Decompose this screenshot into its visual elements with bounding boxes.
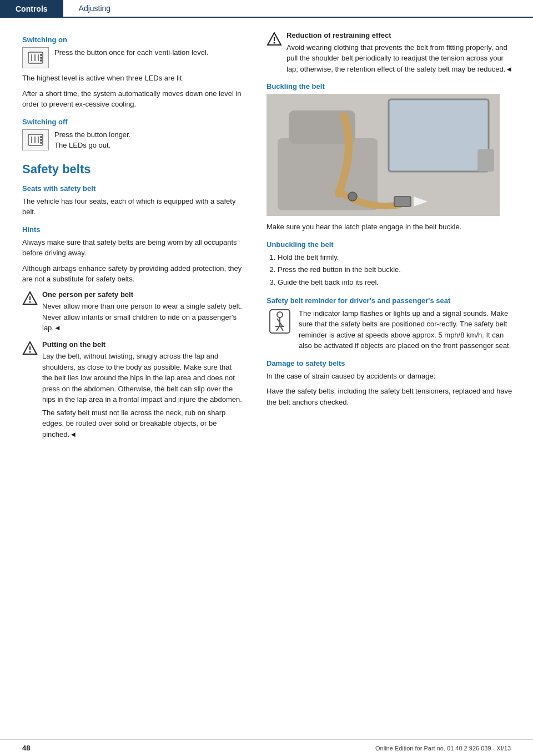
switching-on-p2: After a short time, the system automatic… <box>22 88 242 110</box>
hints-p2: Although airbags enhance safety by provi… <box>22 263 242 285</box>
edition-info: Online Edition for Part no. 01 40 2 926 … <box>375 745 511 752</box>
warning-triangle-icon-2 <box>22 340 38 356</box>
buckling-title: Buckling the belt <box>266 82 516 90</box>
damage-p1: In the case of strain caused by accident… <box>266 371 516 382</box>
hints-p1: Always make sure that safety belts are b… <box>22 237 242 259</box>
seat-belt-reminder-icon <box>266 308 293 335</box>
page-number: 48 <box>22 744 30 752</box>
belt-image <box>266 94 500 216</box>
top-navigation: Controls Adjusting <box>0 0 533 18</box>
tab-controls[interactable]: Controls <box>0 0 63 18</box>
unbuckling-step-1: Hold the belt firmly. <box>278 252 516 264</box>
tab-adjusting[interactable]: Adjusting <box>63 0 127 18</box>
svg-point-5 <box>40 57 42 59</box>
hints-title: Hints <box>22 225 242 234</box>
svg-rect-26 <box>394 196 411 206</box>
seats-with-belt-title: Seats with safety belt <box>22 184 242 193</box>
unbuckling-steps-list: Hold the belt firmly. Press the red butt… <box>266 252 516 289</box>
nav-line <box>126 0 533 18</box>
warning-box-3: Reduction of restraining effect Avoid we… <box>266 30 516 74</box>
damage-p2: Have the safety belts, including the saf… <box>266 386 516 407</box>
seats-with-belt-p: The vehicle has four seats, each of whic… <box>22 196 242 218</box>
switching-off-icon-box: Press the button longer. The LEDs go out… <box>22 129 242 151</box>
switching-on-icon-box: Press the button once for each venti-lat… <box>22 47 242 68</box>
left-column: Switching on Press the button once for e… <box>0 18 255 460</box>
warning-triangle-icon-3 <box>266 31 282 47</box>
svg-point-16 <box>29 301 31 303</box>
warning-triangle-icon-1 <box>22 290 38 306</box>
footer: 48 Online Edition for Part no. 01 40 2 9… <box>0 739 533 756</box>
svg-point-22 <box>274 42 275 44</box>
switching-off-text: Press the button longer. The LEDs go out… <box>54 129 130 151</box>
ventilation-off-button-icon <box>22 129 49 150</box>
switching-off-title: Switching off <box>22 118 242 126</box>
warning-box-1: One person per safety belt Never allow m… <box>22 289 242 334</box>
warning-text-3: Reduction of restraining effect Avoid we… <box>286 30 516 74</box>
buckling-p: Make sure you hear the latch plate engag… <box>266 221 516 233</box>
switching-on-text: Press the button once for each venti-lat… <box>54 47 209 58</box>
ventilation-button-icon <box>22 47 49 68</box>
main-content: Switching on Press the button once for e… <box>0 18 533 460</box>
unbuckling-step-3: Guide the belt back into its reel. <box>278 277 516 289</box>
safety-belts-title: Safety belts <box>22 162 242 177</box>
damage-title: Damage to safety belts <box>266 359 516 367</box>
svg-point-33 <box>277 312 283 317</box>
reminder-text: The indicator lamp flashes or lights up … <box>299 308 516 351</box>
warning-text-1: One person per safety belt Never allow m… <box>42 289 242 334</box>
switching-on-title: Switching on <box>22 36 242 44</box>
warning-text-2: Putting on the belt Lay the belt, withou… <box>42 339 242 445</box>
unbuckling-title: Unbuckling the belt <box>266 240 516 249</box>
svg-rect-30 <box>477 149 494 172</box>
reminder-icon-box: The indicator lamp flashes or lights up … <box>266 308 516 351</box>
svg-point-13 <box>40 142 42 144</box>
svg-point-6 <box>40 59 42 62</box>
warning-box-2: Putting on the belt Lay the belt, withou… <box>22 339 242 445</box>
svg-point-12 <box>40 139 42 141</box>
svg-point-31 <box>348 192 357 201</box>
switching-on-p1: The highest level is active when three L… <box>22 73 242 84</box>
right-column: Reduction of restraining effect Avoid we… <box>255 18 533 460</box>
svg-rect-28 <box>389 99 489 172</box>
svg-point-11 <box>40 136 42 138</box>
svg-point-4 <box>40 54 42 56</box>
reminder-title: Safety belt reminder for driver's and pa… <box>266 296 516 305</box>
unbuckling-step-2: Press the red button in the belt buckle. <box>278 264 516 276</box>
svg-point-19 <box>29 351 31 352</box>
